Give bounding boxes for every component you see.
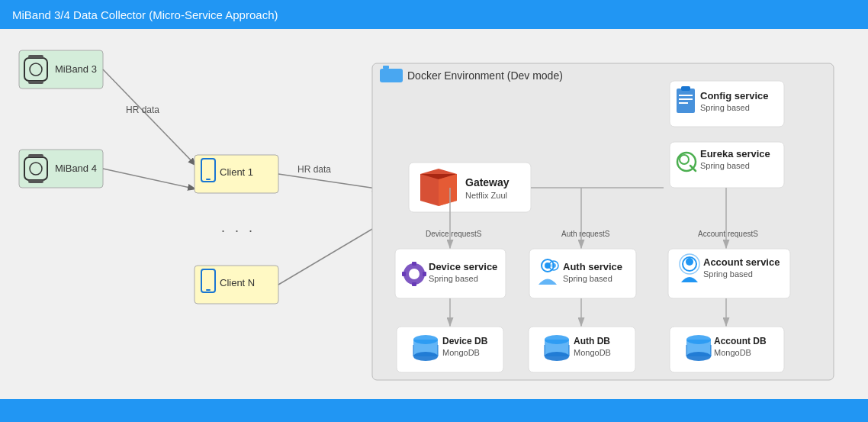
config-service-name: Config service <box>700 90 769 101</box>
svg-point-19 <box>677 153 696 171</box>
svg-rect-45 <box>413 340 438 356</box>
docker-label: Docker Environment (Dev mode) <box>407 69 563 82</box>
svg-rect-11 <box>206 289 211 291</box>
svg-point-20 <box>680 155 689 164</box>
arrow-miband3-client1 <box>103 69 197 166</box>
svg-line-21 <box>690 166 696 171</box>
docker-container <box>372 63 834 380</box>
gateway-sub: Netflix Zuul <box>465 191 507 200</box>
eureka-service-name: Eureka service <box>700 148 770 159</box>
svg-point-42 <box>686 258 693 266</box>
client1-box <box>194 155 278 193</box>
svg-point-32 <box>409 269 420 279</box>
svg-point-43 <box>680 254 699 274</box>
hr-data-label-1: HR data <box>126 105 159 115</box>
svg-rect-8 <box>201 159 215 182</box>
svg-rect-9 <box>206 179 211 180</box>
svg-rect-16 <box>679 95 693 96</box>
svg-point-3 <box>30 63 42 76</box>
eureka-service-sub: Spring based <box>700 161 750 170</box>
svg-rect-33 <box>412 262 416 266</box>
account-service-name: Account service <box>703 256 780 268</box>
device-service-sub: Spring based <box>429 274 478 283</box>
config-service-sub: Spring based <box>700 103 750 112</box>
miband3-box <box>19 50 103 89</box>
svg-point-46 <box>413 352 438 361</box>
dots: · · · <box>221 223 256 238</box>
svg-marker-23 <box>420 174 457 179</box>
auth-db-box <box>529 327 635 372</box>
svg-rect-12 <box>380 69 403 82</box>
gateway-name: Gateway <box>465 176 510 188</box>
svg-rect-13 <box>383 66 389 69</box>
svg-rect-15 <box>681 86 690 91</box>
device-db-sub: MongoDB <box>442 348 480 357</box>
gateway-box <box>409 163 531 212</box>
footer <box>0 399 868 422</box>
hr-data-label-2: HR data <box>297 164 331 175</box>
clientN-box <box>194 266 278 304</box>
svg-point-37 <box>542 259 554 272</box>
device-db-box <box>397 327 503 372</box>
miband4-box <box>19 150 103 188</box>
auth-db-name: Auth DB <box>574 336 610 346</box>
clientN-label: Client N <box>220 277 255 288</box>
arrow-clientN-gateway <box>278 224 381 285</box>
auth-service-name: Auth service <box>563 261 622 272</box>
svg-point-54 <box>686 335 711 344</box>
svg-marker-22 <box>420 169 457 206</box>
svg-point-31 <box>403 263 425 285</box>
account-service-sub: Spring based <box>703 269 753 279</box>
miband3-label: MiBand 3 <box>55 63 97 75</box>
svg-rect-10 <box>201 269 215 292</box>
device-service-name: Device service <box>429 261 497 272</box>
svg-rect-6 <box>28 180 43 183</box>
header-title: MiBand 3/4 Data Collector (Micro-Service… <box>12 8 278 21</box>
header: MiBand 3/4 Data Collector (Micro-Service… <box>0 0 868 29</box>
svg-point-41 <box>683 257 696 271</box>
device-service-box <box>395 249 506 298</box>
svg-rect-2 <box>28 81 43 84</box>
account-service-box <box>668 249 790 298</box>
arrow-miband4-client1 <box>103 169 197 189</box>
svg-rect-36 <box>423 272 426 276</box>
svg-rect-0 <box>24 58 47 81</box>
svg-point-51 <box>545 352 569 361</box>
auth-service-box <box>529 249 636 298</box>
arrow-client1-gateway <box>278 174 381 189</box>
account-db-box <box>670 327 784 372</box>
diagram-svg: MiBand 3 MiBand 4 HR data Client 1 · · ·… <box>0 29 868 399</box>
svg-rect-14 <box>677 89 695 113</box>
svg-rect-4 <box>24 157 47 180</box>
svg-marker-24 <box>439 174 457 206</box>
svg-rect-1 <box>28 55 43 58</box>
svg-rect-17 <box>679 98 693 100</box>
device-db-name: Device DB <box>442 336 488 346</box>
auth-request-label: Auth requestS <box>561 230 610 238</box>
account-request-label: Account requestS <box>698 230 758 238</box>
svg-point-39 <box>549 261 558 270</box>
svg-rect-18 <box>679 102 688 104</box>
device-request-label: Device requestS <box>426 230 482 238</box>
svg-rect-5 <box>28 154 43 157</box>
full-diagram: MiBand 3/4 Data Collector (Micro-Service… <box>0 0 868 422</box>
account-db-name: Account DB <box>714 336 767 346</box>
auth-service-sub: Spring based <box>563 274 612 283</box>
svg-point-7 <box>30 163 42 175</box>
config-service-box <box>670 81 784 127</box>
svg-point-38 <box>545 263 551 269</box>
eureka-service-box <box>670 142 784 188</box>
svg-rect-34 <box>412 282 416 286</box>
account-db-sub: MongoDB <box>714 348 751 357</box>
svg-point-40 <box>551 263 556 268</box>
svg-rect-55 <box>686 340 711 356</box>
svg-rect-35 <box>402 272 406 276</box>
svg-point-56 <box>686 352 711 361</box>
miband4-label: MiBand 4 <box>55 163 97 174</box>
svg-point-49 <box>545 335 569 344</box>
client1-label: Client 1 <box>220 166 253 178</box>
svg-rect-50 <box>545 340 569 356</box>
auth-db-sub: MongoDB <box>574 348 611 357</box>
svg-point-44 <box>413 335 438 344</box>
